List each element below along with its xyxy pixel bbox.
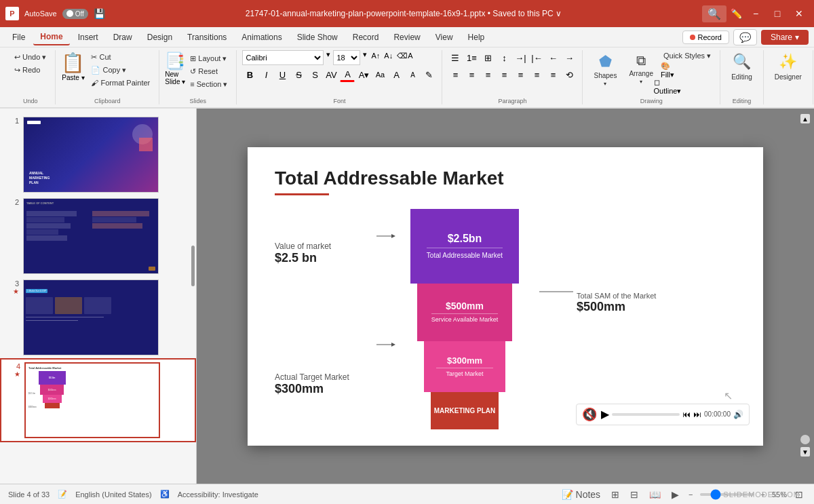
- numbering-button[interactable]: 1≡: [464, 50, 479, 65]
- indent-decrease-button[interactable]: |←: [529, 50, 544, 65]
- align-top-button[interactable]: ≡: [513, 67, 528, 82]
- bar-marketing[interactable]: MARKETING PLAN: [431, 392, 499, 429]
- designer-button[interactable]: ✨ Designer: [769, 50, 807, 83]
- slide-3-image[interactable]: 1 Market Size & USP: [23, 279, 159, 355]
- maximize-button[interactable]: □: [768, 7, 787, 20]
- text-direction-button[interactable]: ⟲: [562, 67, 577, 82]
- underline-button[interactable]: U: [275, 67, 290, 82]
- reading-view-button[interactable]: 📖: [646, 488, 663, 501]
- panel-scroll-handle[interactable]: [191, 246, 195, 286]
- redo-button[interactable]: ↪ Redo: [11, 64, 50, 76]
- menu-view[interactable]: View: [429, 30, 460, 45]
- layout-button[interactable]: ⊞ Layout ▾: [187, 53, 231, 64]
- align-middle-button[interactable]: ≡: [529, 67, 544, 82]
- font-size-aa-button[interactable]: Aa: [372, 67, 387, 82]
- menu-slideshow[interactable]: Slide Show: [290, 30, 345, 45]
- font-size-dropdown[interactable]: ▾: [362, 50, 368, 65]
- clear-format-button[interactable]: ⌫A: [395, 50, 414, 65]
- volume-icon[interactable]: 🔊: [733, 410, 743, 419]
- new-slide-button[interactable]: 📑 NewSlide ▾: [165, 52, 185, 85]
- notes-button[interactable]: 📝 Notes: [559, 488, 603, 501]
- line-spacing-button[interactable]: ↕: [497, 50, 511, 65]
- quick-styles-button[interactable]: Quick Styles ▾: [660, 50, 714, 62]
- font-family-select[interactable]: Calibri: [242, 50, 324, 65]
- increase-font-button[interactable]: A↑: [370, 50, 381, 65]
- font-size-down-button[interactable]: A: [405, 67, 420, 82]
- slide-thumbnail-4[interactable]: 4 ★ Total Addressable Market $2.5 bn $30…: [0, 358, 196, 442]
- accessibility-link[interactable]: Accessibility: Investigate: [178, 490, 258, 499]
- columns-button[interactable]: ⊞: [480, 50, 495, 65]
- slide-thumbnail-1[interactable]: 1 ANNUALMARKETINGPLAN: [0, 114, 196, 195]
- bar-sam[interactable]: $500mm Service Available Market: [417, 284, 512, 341]
- decrease-font-button[interactable]: A↓: [383, 50, 394, 65]
- autosave-toggle[interactable]: Off: [62, 9, 88, 19]
- close-button[interactable]: ✕: [790, 7, 809, 20]
- slide-thumbnail-2[interactable]: 2 TABLE OF CONTENT: [0, 195, 196, 277]
- audio-controls[interactable]: ▶ ⏮ ⏭ 00:00:00 🔊: [601, 408, 743, 421]
- shapes-button[interactable]: ⬟ Shapes ▾: [588, 50, 622, 90]
- transform-button[interactable]: ✎: [421, 67, 436, 82]
- save-icon[interactable]: 💾: [94, 8, 105, 19]
- share-button[interactable]: Share ▾: [761, 30, 809, 45]
- rewind-button[interactable]: ⏮: [682, 410, 691, 419]
- copy-button[interactable]: 📄 Copy ▾: [88, 64, 153, 76]
- scroll-up-button[interactable]: ▲: [800, 114, 810, 123]
- comment-button[interactable]: 💬: [733, 29, 757, 45]
- font-color-button[interactable]: A: [340, 67, 355, 82]
- italic-button[interactable]: I: [258, 67, 273, 82]
- menu-help[interactable]: Help: [461, 30, 492, 45]
- menu-draw[interactable]: Draw: [106, 30, 139, 45]
- bullets-button[interactable]: ☰: [448, 50, 463, 65]
- ltr-button[interactable]: →: [562, 50, 577, 65]
- cut-button[interactable]: ✂ Cut: [88, 52, 153, 63]
- slide-panel[interactable]: 1 ANNUALMARKETINGPLAN: [0, 109, 197, 484]
- slide-2-image[interactable]: TABLE OF CONTENT: [23, 198, 159, 274]
- bold-button[interactable]: B: [242, 67, 257, 82]
- align-bottom-button[interactable]: ≡: [545, 67, 560, 82]
- justify-button[interactable]: ≡: [497, 67, 511, 82]
- slide-1-image[interactable]: ANNUALMARKETINGPLAN: [23, 117, 159, 193]
- reset-button[interactable]: ↺ Reset: [187, 66, 231, 77]
- shadow-button[interactable]: S: [307, 67, 322, 82]
- scroll-down-button[interactable]: ▼: [800, 447, 810, 457]
- font-family-dropdown[interactable]: ▾: [325, 50, 332, 65]
- bar-target[interactable]: $300mm Target Market: [424, 341, 505, 392]
- title-search-box[interactable]: 🔍: [702, 5, 726, 22]
- bar-tam[interactable]: $2.5bn Total Addressable Market: [410, 209, 519, 284]
- menu-file[interactable]: File: [5, 30, 32, 45]
- align-left-button[interactable]: ≡: [448, 67, 463, 82]
- normal-view-button[interactable]: ⊞: [608, 488, 622, 501]
- slide-thumbnail-3[interactable]: 3 ★ 1 Market Size & USP: [0, 277, 196, 358]
- minimize-button[interactable]: −: [746, 7, 765, 20]
- font-size-select[interactable]: 18: [333, 50, 360, 65]
- char-spacing-button[interactable]: AV: [324, 67, 338, 82]
- play-button[interactable]: ▶: [601, 408, 609, 421]
- forward-button[interactable]: ⏭: [693, 410, 701, 419]
- slide-4-image[interactable]: Total Addressable Market $2.5 bn $300mm …: [24, 362, 160, 438]
- slide-sorter-button[interactable]: ⊟: [627, 488, 641, 501]
- align-right-button[interactable]: ≡: [480, 67, 495, 82]
- shape-fill-button[interactable]: 🎨 Fill▾: [660, 63, 675, 78]
- bar-chart[interactable]: $2.5bn Total Addressable Market $500mm S…: [404, 209, 526, 429]
- record-button[interactable]: Record: [682, 31, 729, 44]
- audio-progress-bar[interactable]: [612, 413, 680, 416]
- menu-design[interactable]: Design: [140, 30, 179, 45]
- strikethrough-button[interactable]: S: [291, 67, 306, 82]
- indent-increase-button[interactable]: →|: [513, 50, 528, 65]
- highlight-button[interactable]: A▾: [356, 67, 371, 82]
- slideshow-button[interactable]: ▶: [669, 488, 682, 501]
- paste-button[interactable]: 📋 Paste ▾: [61, 52, 85, 81]
- rtl-button[interactable]: ←: [545, 50, 560, 65]
- format-painter-button[interactable]: 🖌 Format Painter: [88, 77, 153, 88]
- menu-review[interactable]: Review: [387, 30, 427, 45]
- menu-record[interactable]: Record: [346, 30, 386, 45]
- menu-home[interactable]: Home: [33, 29, 69, 45]
- align-center-button[interactable]: ≡: [464, 67, 479, 82]
- menu-animations[interactable]: Animations: [235, 30, 288, 45]
- section-button[interactable]: ≡ Section ▾: [187, 79, 231, 90]
- slide-title[interactable]: Total Addressable Market: [275, 168, 736, 189]
- menu-insert[interactable]: Insert: [71, 30, 105, 45]
- undo-button[interactable]: ↩ Undo ▾: [11, 52, 50, 63]
- menu-transitions[interactable]: Transitions: [180, 30, 233, 45]
- shape-outline-button[interactable]: ◻ Outline▾: [660, 79, 675, 94]
